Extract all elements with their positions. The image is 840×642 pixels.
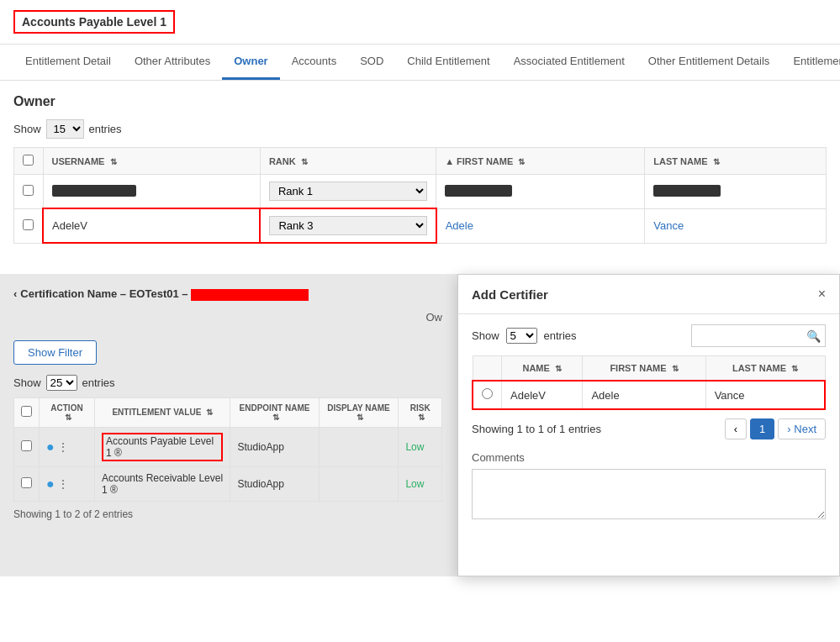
row2-firstname: Adele [436, 208, 645, 243]
col-rank: RANK ⇅ [260, 148, 436, 175]
tab-child-entitlement[interactable]: Child Entitlement [395, 45, 501, 80]
next-chevron-icon: › [787, 423, 790, 435]
cert-col-risk: RISK ⇅ [399, 397, 442, 427]
prev-page-button[interactable]: ‹ [725, 418, 747, 439]
col-checkbox [14, 148, 44, 175]
modal-search-wrap: 🔍 [691, 324, 826, 347]
tab-entitlement-detail[interactable]: Entitlement Detail [13, 45, 123, 80]
cert-row2-dots-icon[interactable]: ⋮ [58, 478, 68, 490]
row1-rank: Rank 1Rank 2Rank 3 [260, 175, 436, 209]
cert-entries-label: entries [82, 376, 115, 389]
action-sort-icon: ⇅ [65, 413, 71, 422]
rank-sort-icon: ⇅ [301, 157, 308, 166]
modal-title: Add Certifier [472, 287, 548, 302]
cert-col-checkbox [14, 397, 40, 427]
cert-row2-checkbox[interactable] [21, 477, 32, 488]
cert-row2-action-icons: ● ⋮ [46, 476, 87, 492]
tab-accounts[interactable]: Accounts [280, 45, 348, 80]
cert-row1-display [319, 427, 399, 466]
row2-checkbox[interactable] [23, 219, 34, 230]
modal-header: Add Certifier × [458, 275, 839, 314]
page-title-bar: Accounts Payable Level 1 [0, 0, 840, 45]
tab-associated-entitlement[interactable]: Associated Entitlement [502, 45, 637, 80]
search-icon: 🔍 [806, 329, 821, 343]
cert-row1-endpoint: StudioApp [230, 427, 319, 466]
row1-username-redacted [52, 185, 136, 197]
cert-select-all[interactable] [21, 406, 32, 417]
comments-textarea[interactable] [472, 469, 826, 519]
row1-lastname-redacted [653, 185, 721, 197]
tab-other-attributes[interactable]: Other Attributes [123, 45, 222, 80]
modal-row1-firstname: Adele [583, 381, 705, 409]
tab-sod[interactable]: SOD [348, 45, 395, 80]
show-filter-button[interactable]: Show Filter [13, 340, 97, 365]
modal-row1-radio[interactable] [482, 388, 493, 399]
bottom-panel: ‹ Certification Name – EOTest01 – Ow Sho… [0, 274, 840, 576]
modal-close-button[interactable]: × [818, 287, 826, 302]
cert-row1-checkbox[interactable] [21, 440, 32, 451]
row2-rank-select[interactable]: Rank 1Rank 2Rank 3 [269, 216, 426, 235]
entries-label: entries [89, 123, 122, 135]
cert-show-entries: Show 25 15 50 entries [13, 375, 442, 391]
cert-col-entitlement: ENTITLEMENT VALUE ⇅ [94, 397, 230, 427]
owner-row-2: AdeleV Rank 1Rank 2Rank 3 Adele Vance [14, 208, 827, 243]
tab-owner[interactable]: Owner [222, 45, 279, 80]
row1-rank-select[interactable]: Rank 1Rank 2Rank 3 [269, 182, 427, 201]
owner-label: Ow [13, 311, 442, 324]
cert-row1-dots-icon[interactable]: ⋮ [58, 441, 68, 453]
cert-row-1: ● ⋮ Accounts Payable Level 1 ® StudioApp… [14, 427, 442, 466]
owner-section: Owner Show 15 25 50 entries USERNAME ⇅ R… [0, 81, 840, 257]
col-firstname: ▲ FIRST NAME ⇅ [436, 148, 645, 175]
entries-select[interactable]: 15 25 50 [46, 119, 84, 139]
cert-name-text: Certification Name – EOTest01 – [20, 287, 309, 301]
owner-row-1: Rank 1Rank 2Rank 3 [14, 175, 827, 209]
row1-firstname [436, 175, 645, 209]
add-certifier-modal: Add Certifier × Show 5 10 25 entries 🔍 [457, 274, 840, 576]
display-sort-icon: ⇅ [357, 413, 363, 422]
cert-row1-action-icons: ● ⋮ [46, 439, 87, 455]
tab-other-entitlement-details[interactable]: Other Entitlement Details [637, 45, 782, 80]
cert-row1-action: ● ⋮ [40, 427, 95, 466]
comments-section: Comments [472, 451, 826, 522]
cert-row1-check-icon[interactable]: ● [46, 439, 55, 455]
entitlement-sort-icon: ⇅ [206, 408, 213, 417]
modal-search-input[interactable] [691, 324, 826, 347]
row1-firstname-redacted [445, 185, 512, 197]
cert-row2-check-icon[interactable]: ● [46, 476, 55, 492]
page-title: Accounts Payable Level 1 [13, 10, 175, 34]
modal-row-1: AdeleV Adele Vance [473, 381, 825, 409]
row1-checkbox-cell [14, 175, 44, 209]
owner-table: USERNAME ⇅ RANK ⇅ ▲ FIRST NAME ⇅ LAST NA… [13, 147, 827, 244]
cert-row2-endpoint: StudioApp [230, 466, 319, 501]
cert-row2-display [319, 466, 399, 501]
modal-row1-name: AdeleV [502, 381, 583, 409]
cert-col-action: ACTION ⇅ [40, 397, 95, 427]
modal-show-row: Show 5 10 25 entries 🔍 [472, 324, 826, 347]
cert-entries-select[interactable]: 25 15 50 [46, 375, 77, 391]
back-link[interactable]: ‹ Certification Name – EOTest01 – [13, 287, 442, 301]
cert-row1-risk: Low [399, 427, 442, 466]
select-all-checkbox[interactable] [23, 155, 34, 166]
modal-entries-select[interactable]: 5 10 25 [506, 328, 537, 344]
row2-firstname-value: Adele [446, 219, 473, 232]
cert-row-2: ● ⋮ Accounts Receivable Level 1 ® Studio… [14, 466, 442, 501]
next-label: Next [794, 423, 816, 435]
modal-col-lastname: LAST NAME ⇅ [705, 356, 825, 382]
modal-certifier-table: NAME ⇅ FIRST NAME ⇅ LAST NAME ⇅ AdeleV A… [472, 355, 826, 410]
tab-entitlement-attributes[interactable]: Entitlement Attributes [781, 45, 840, 80]
cert-row1-entitlement: Accounts Payable Level 1 ® [94, 427, 230, 466]
col-lastname: LAST NAME ⇅ [645, 148, 827, 175]
cert-row2-action: ● ⋮ [40, 466, 95, 501]
firstname-sort-icon: ⇅ [518, 157, 525, 166]
username-sort-icon: ⇅ [110, 157, 117, 166]
row2-username: AdeleV [43, 208, 260, 243]
next-page-button[interactable]: › Next [778, 418, 826, 439]
tab-nav: Entitlement Detail Other Attributes Owne… [0, 45, 840, 81]
row1-checkbox[interactable] [23, 185, 34, 196]
modal-row1-radio-cell [473, 381, 502, 409]
certification-panel: ‹ Certification Name – EOTest01 – Ow Sho… [13, 287, 442, 520]
cert-show-label: Show [13, 376, 41, 389]
page-1-button[interactable]: 1 [750, 418, 774, 439]
owner-section-title: Owner [13, 94, 827, 109]
modal-name-sort-icon: ⇅ [555, 364, 562, 373]
